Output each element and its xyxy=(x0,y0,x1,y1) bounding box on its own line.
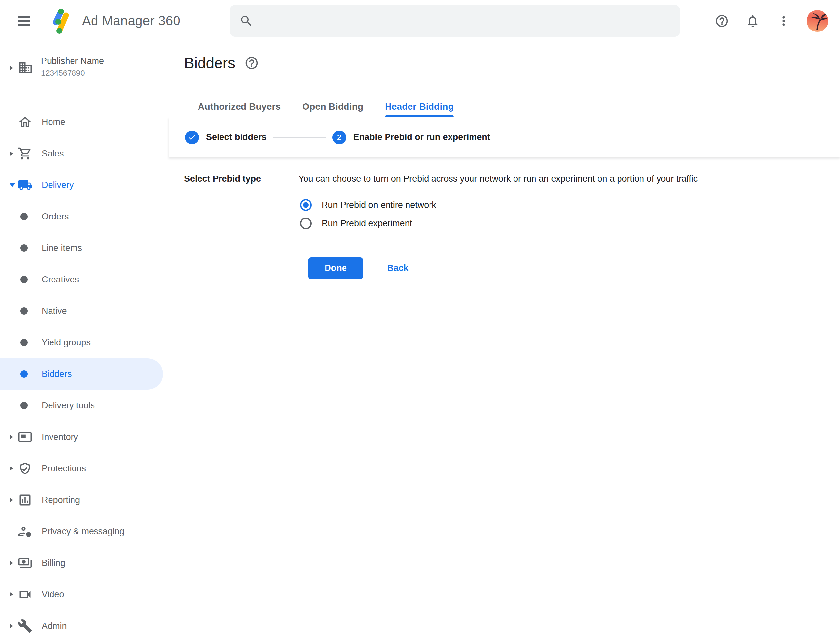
back-button[interactable]: Back xyxy=(380,258,416,278)
notifications-bell-icon xyxy=(745,14,760,28)
ad-unit-icon xyxy=(18,430,32,444)
bullet-icon xyxy=(20,402,28,409)
app-header: Ad Manager 360 xyxy=(0,0,840,42)
chevron-right-icon[interactable] xyxy=(10,592,13,597)
sidebar-item-delivery-tools[interactable]: Delivery tools xyxy=(0,390,168,421)
shield-check-icon xyxy=(18,461,32,476)
home-icon xyxy=(18,115,32,129)
privacy-person-icon xyxy=(18,524,32,539)
chevron-right-icon[interactable] xyxy=(10,623,13,628)
sidebar-item-creatives[interactable]: Creatives xyxy=(0,264,168,295)
bullet-icon xyxy=(20,245,28,251)
page-help-button[interactable] xyxy=(244,56,259,70)
sidebar-nav: Home Sales Delivery Orders Line items xyxy=(0,93,168,642)
sidebar: Publisher Name 1234567890 Home Sales Del… xyxy=(0,42,168,643)
prebid-type-description: You can choose to turn on Prebid across … xyxy=(298,174,840,184)
active-tab-indicator xyxy=(385,115,454,117)
done-button[interactable]: Done xyxy=(309,257,363,279)
account-avatar[interactable] xyxy=(807,10,828,32)
notifications-button[interactable] xyxy=(745,13,761,29)
sidebar-item-admin[interactable]: Admin xyxy=(0,610,168,642)
search-input[interactable] xyxy=(260,15,670,26)
sidebar-item-yield-groups[interactable]: Yield groups xyxy=(0,327,168,358)
sidebar-item-privacy-messaging[interactable]: Privacy & messaging xyxy=(0,516,168,547)
truck-icon xyxy=(18,178,32,192)
chevron-right-icon[interactable] xyxy=(10,560,13,566)
search-icon xyxy=(240,14,253,28)
bar-chart-icon xyxy=(18,493,32,507)
more-vert-icon xyxy=(776,14,791,28)
search-bar[interactable] xyxy=(230,5,680,37)
sidebar-item-line-items[interactable]: Line items xyxy=(0,232,168,264)
stepper: Select bidders 2 Enable Prebid or run ex… xyxy=(169,118,840,157)
tab-open-bidding[interactable]: Open Bidding xyxy=(302,101,363,117)
videocam-icon xyxy=(18,587,32,602)
help-button[interactable] xyxy=(714,13,730,29)
sidebar-item-inventory[interactable]: Inventory xyxy=(0,421,168,453)
radio-selected-icon[interactable] xyxy=(300,199,312,211)
main-content: Bidders Authorized Buyers Open Bidding H… xyxy=(169,42,840,643)
sidebar-item-native[interactable]: Native xyxy=(0,295,168,327)
chevron-right-icon[interactable] xyxy=(10,466,13,471)
bullet-icon xyxy=(20,339,28,346)
radio-option-experiment[interactable]: Run Prebid experiment xyxy=(298,214,840,233)
sidebar-item-sales[interactable]: Sales xyxy=(0,138,168,169)
sidebar-item-reporting[interactable]: Reporting xyxy=(0,484,168,516)
bullet-icon xyxy=(20,213,28,220)
tab-authorized-buyers[interactable]: Authorized Buyers xyxy=(198,101,281,117)
wrench-icon xyxy=(18,619,32,633)
sidebar-item-bidders[interactable]: Bidders xyxy=(0,358,163,390)
cart-icon xyxy=(18,146,32,161)
more-options-button[interactable] xyxy=(776,13,791,29)
sidebar-item-delivery[interactable]: Delivery xyxy=(0,169,168,201)
prebid-type-radio-group: Run Prebid on entire network Run Prebid … xyxy=(298,196,840,233)
step-connector xyxy=(273,137,327,138)
bullet-icon xyxy=(20,370,28,378)
radio-unselected-icon[interactable] xyxy=(300,217,312,229)
bullet-icon xyxy=(20,276,28,283)
select-prebid-type-label: Select Prebid type xyxy=(169,174,298,279)
radio-option-entire-network[interactable]: Run Prebid on entire network xyxy=(298,196,840,214)
help-icon xyxy=(244,56,259,70)
ad-manager-logo-icon xyxy=(47,8,74,34)
palm-tree-avatar-image xyxy=(807,11,827,31)
tab-bar: Authorized Buyers Open Bidding Header Bi… xyxy=(169,101,840,118)
prebid-type-section: Select Prebid type You can choose to tur… xyxy=(169,157,840,279)
chevron-right-icon[interactable] xyxy=(10,151,13,156)
chevron-right-icon[interactable] xyxy=(10,434,13,440)
chevron-down-icon[interactable] xyxy=(10,183,15,187)
app-title: Ad Manager 360 xyxy=(82,13,180,28)
tab-header-bidding[interactable]: Header Bidding xyxy=(385,101,454,117)
hamburger-menu-icon[interactable] xyxy=(18,16,30,26)
publisher-network-id: 1234567890 xyxy=(41,69,104,78)
payments-icon xyxy=(18,556,32,570)
step-2-circle: 2 xyxy=(332,131,346,144)
step-1-completed-check-icon xyxy=(185,131,199,144)
sidebar-item-billing[interactable]: Billing xyxy=(0,547,168,579)
chevron-right-icon xyxy=(10,65,13,70)
sidebar-item-home[interactable]: Home xyxy=(0,106,168,138)
form-actions: Done Back xyxy=(298,257,840,279)
page-title: Bidders xyxy=(184,54,235,72)
step-2-label: Enable Prebid or run experiment xyxy=(353,132,490,142)
help-icon xyxy=(715,14,729,28)
publisher-account-switcher[interactable]: Publisher Name 1234567890 xyxy=(0,42,168,93)
step-1-label: Select bidders xyxy=(206,132,267,142)
sidebar-item-video[interactable]: Video xyxy=(0,579,168,610)
sidebar-item-protections[interactable]: Protections xyxy=(0,453,168,484)
bullet-icon xyxy=(20,307,28,315)
chevron-right-icon[interactable] xyxy=(10,497,13,503)
publisher-name: Publisher Name xyxy=(41,56,104,66)
sidebar-item-orders[interactable]: Orders xyxy=(0,201,168,232)
building-icon xyxy=(18,60,33,75)
